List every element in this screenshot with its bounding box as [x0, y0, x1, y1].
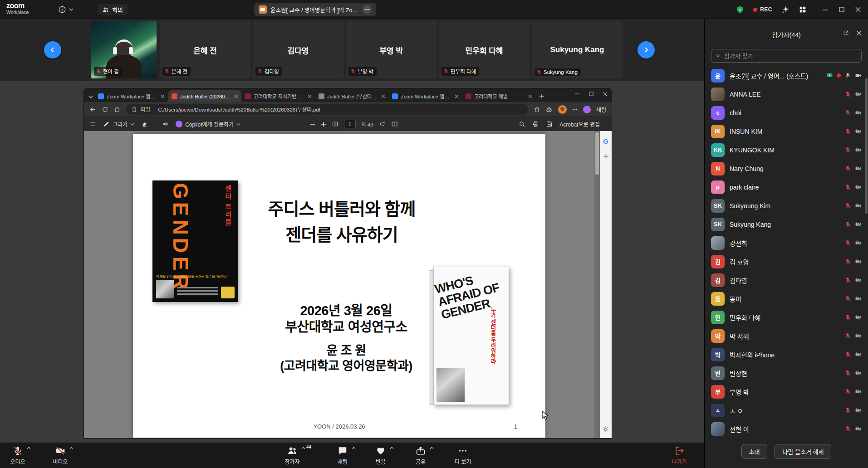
- browser-tab[interactable]: 고려대학교 메일: [462, 90, 535, 102]
- participant-search-box[interactable]: [711, 49, 862, 63]
- participant-row[interactable]: SK Sukyung Kang: [705, 215, 868, 234]
- apps-grid-icon[interactable]: [799, 5, 807, 14]
- eraser-icon[interactable]: [141, 121, 148, 127]
- chat-button[interactable]: 채팅: [328, 445, 358, 465]
- close-icon[interactable]: [855, 7, 861, 12]
- browser-tab[interactable]: 고려대학교 지식기반 포털시스템: [242, 90, 315, 102]
- browser-close-icon[interactable]: [603, 92, 607, 96]
- browser-tab[interactable]: Judith Butler (20260326)부산대.pdf: [168, 90, 241, 102]
- tab-close-icon[interactable]: [528, 94, 532, 98]
- popout-panel-icon[interactable]: [843, 30, 849, 36]
- participant-row[interactable]: KK KYUNGOK KIM: [705, 141, 868, 159]
- participant-row[interactable]: 변 변상현: [705, 364, 868, 382]
- zoom-out-icon[interactable]: [310, 122, 315, 127]
- gallery-next-button[interactable]: [638, 41, 655, 58]
- pdf-menu-icon[interactable]: [89, 121, 96, 127]
- reactions-options-chevron[interactable]: [390, 447, 394, 449]
- google-sidebar-icon[interactable]: G: [603, 137, 608, 145]
- participant-row[interactable]: 박 박자현의 iPhone: [705, 345, 868, 364]
- leave-button[interactable]: 나가기: [664, 445, 694, 465]
- gallery-prev-button[interactable]: [44, 41, 61, 58]
- read-aloud-icon[interactable]: [162, 121, 169, 127]
- browser-profile-avatar[interactable]: [558, 105, 567, 114]
- reactions-button[interactable]: 반응: [366, 445, 396, 465]
- pdf-copilot-button[interactable]: Copilot에게 질문하기: [176, 120, 240, 128]
- extensions-icon[interactable]: [546, 106, 553, 113]
- participant-row[interactable]: IK INSUN KIM: [705, 122, 868, 141]
- browser-minimize-icon[interactable]: [575, 91, 580, 96]
- tab-search-icon[interactable]: [88, 96, 93, 98]
- participant-search-input[interactable]: [724, 53, 857, 59]
- unmute-all-button[interactable]: 나만 음소거 해제: [775, 444, 831, 459]
- tab-close-icon[interactable]: [308, 94, 312, 98]
- close-panel-icon[interactable]: [856, 30, 862, 36]
- meeting-options-icon[interactable]: [363, 5, 372, 14]
- scrollbar-thumb[interactable]: [595, 132, 599, 175]
- browser-tab[interactable]: Zoom Workplace 앱에서 참가: [389, 90, 462, 102]
- tab-close-icon[interactable]: [455, 94, 459, 98]
- chat-options-chevron[interactable]: [352, 447, 356, 449]
- pdf-search-icon[interactable]: [519, 121, 525, 127]
- new-tab-button[interactable]: [539, 93, 544, 99]
- security-shield-icon[interactable]: [736, 5, 744, 14]
- print-icon[interactable]: [532, 121, 539, 127]
- invite-button[interactable]: 초대: [741, 444, 768, 459]
- video-options-chevron[interactable]: [69, 447, 74, 449]
- rotate-icon[interactable]: [379, 121, 386, 127]
- tab-close-icon[interactable]: [381, 94, 385, 98]
- back-icon[interactable]: [89, 106, 96, 113]
- ai-companion-icon[interactable]: [781, 5, 790, 14]
- participant-row[interactable]: ㅅ ㅅ ㅇ: [705, 401, 868, 419]
- participant-row[interactable]: 부 부영 박: [705, 382, 868, 401]
- sidebar-settings-gear-icon[interactable]: [603, 426, 609, 433]
- save-icon[interactable]: [546, 121, 553, 127]
- browser-tab[interactable]: Zoom Workplace 앱에서 참가: [95, 90, 168, 102]
- refresh-icon[interactable]: [102, 106, 108, 113]
- favorite-star-icon[interactable]: [534, 106, 540, 113]
- browser-maximize-icon[interactable]: [589, 92, 593, 96]
- participant-row[interactable]: 윤 윤조원[ 교수 / 영어... (호스트): [705, 66, 868, 85]
- page-layout-icon[interactable]: [391, 121, 398, 127]
- browser-more-icon[interactable]: [572, 108, 578, 110]
- pdf-draw-button[interactable]: 그리기: [103, 120, 134, 128]
- meeting-tab[interactable]: 회의: [98, 4, 128, 15]
- home-icon[interactable]: [114, 106, 121, 113]
- page-number-input[interactable]: [344, 120, 356, 128]
- meeting-title-tab[interactable]: 윤조원[ 교수 / 영어영문학과 ]의 Zoom 회의: [254, 3, 376, 16]
- share-screen-button[interactable]: 공유: [406, 445, 436, 465]
- panel-scrollbar[interactable]: [865, 78, 868, 214]
- participant-row[interactable]: 박 박 서혜: [705, 327, 868, 345]
- participant-row[interactable]: 민 민우회 다혜: [705, 308, 868, 327]
- participants-options-chevron[interactable]: [301, 447, 305, 449]
- participant-row[interactable]: ANNA LEE: [705, 85, 868, 103]
- participant-row[interactable]: 선현 이: [705, 419, 868, 438]
- participant-row[interactable]: 김 김다영: [705, 271, 868, 289]
- acrobat-edit-button[interactable]: Acrobat으로 편집: [559, 120, 600, 128]
- audio-button[interactable]: 오디오: [3, 445, 33, 465]
- participants-button[interactable]: 44 참가자: [277, 445, 307, 465]
- participant-row[interactable]: 김 김 효영: [705, 252, 868, 271]
- tab-close-icon[interactable]: [234, 94, 238, 98]
- participant-row[interactable]: c choi: [705, 103, 868, 122]
- copilot-icon[interactable]: [583, 106, 591, 113]
- share-options-chevron[interactable]: [430, 447, 434, 449]
- participant-row[interactable]: SK Sukyoung Kim: [705, 196, 868, 215]
- url-bar[interactable]: 파일 C:/Users/joewo/Downloads/Judith%20But…: [126, 104, 528, 115]
- sidebar-add-icon[interactable]: [603, 153, 609, 159]
- browser-tab[interactable]: Judith Butler (부산대 여성연구소): [315, 90, 388, 102]
- zoom-in-icon[interactable]: [321, 122, 326, 127]
- info-icon[interactable]: [58, 5, 66, 14]
- maximize-icon[interactable]: [839, 7, 844, 12]
- participant-row[interactable]: 강선희: [705, 234, 868, 252]
- audio-options-chevron[interactable]: [27, 447, 31, 449]
- chevron-down-icon[interactable]: [69, 8, 74, 11]
- tab-close-icon[interactable]: [161, 94, 165, 98]
- copilot-chat-label[interactable]: 채팅: [596, 106, 606, 113]
- video-button[interactable]: 비디오: [45, 445, 75, 465]
- participant-row[interactable]: N Nary Chung: [705, 159, 868, 178]
- fit-page-icon[interactable]: [332, 121, 338, 127]
- pdf-scrollbar[interactable]: [594, 131, 600, 438]
- participant-row[interactable]: 똥 똥이: [705, 289, 868, 308]
- minimize-icon[interactable]: [822, 7, 828, 13]
- more-button[interactable]: 더 보기: [448, 445, 478, 465]
